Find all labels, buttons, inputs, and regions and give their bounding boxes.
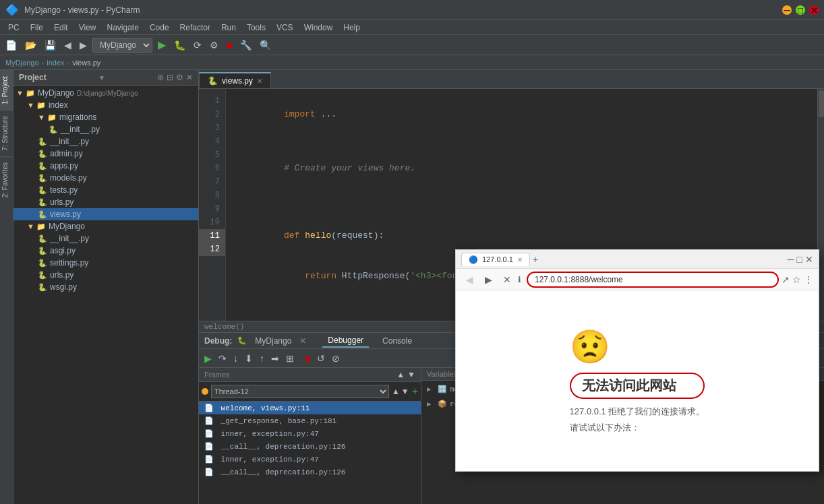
frame-0[interactable]: 📄 welcome, views.py:11: [199, 402, 421, 414]
tree-models[interactable]: 🐍 models.py: [13, 172, 198, 184]
sidebar-tab-structure[interactable]: 7: Structure: [0, 110, 13, 156]
menu-tools[interactable]: Tools: [241, 22, 271, 34]
menu-refactor[interactable]: Refactor: [175, 22, 216, 34]
tree-views[interactable]: 🐍 views.py: [13, 208, 198, 220]
project-add-button[interactable]: ⊕: [157, 73, 164, 82]
tree-urls-index[interactable]: 🐍 urls.py: [13, 196, 198, 208]
breadcrumb-root[interactable]: MyDjango: [5, 59, 39, 67]
browser-forward[interactable]: ▶: [480, 272, 496, 288]
save-button[interactable]: 💾: [42, 38, 59, 52]
line-num-4: 4: [199, 135, 225, 148]
share-button[interactable]: ↗: [782, 274, 790, 285]
breadcrumb-file[interactable]: views.py: [72, 59, 100, 67]
debugger-tab[interactable]: Debugger: [322, 334, 369, 348]
evaluate-button[interactable]: ⊞: [283, 352, 297, 365]
tab-close-icon[interactable]: ✕: [257, 77, 262, 85]
step-into-button[interactable]: ↓: [231, 352, 241, 365]
settings-menu-button[interactable]: ⋮: [804, 274, 813, 285]
thread-up[interactable]: ▲: [392, 387, 400, 396]
tree-apps[interactable]: 🐍 apps.py: [13, 160, 198, 172]
frames-down-button[interactable]: ▼: [407, 370, 415, 379]
thread-down[interactable]: ▼: [401, 387, 409, 396]
tree-admin[interactable]: 🐍 admin.py: [13, 148, 198, 160]
menu-pc[interactable]: PC: [3, 22, 25, 34]
open-button[interactable]: 📂: [22, 38, 39, 52]
frame-4[interactable]: 📄 inner, exception.py:47: [199, 453, 421, 466]
menu-help[interactable]: Help: [338, 22, 365, 34]
forward-button[interactable]: ▶: [77, 38, 90, 52]
menu-file[interactable]: File: [25, 22, 49, 34]
menu-code[interactable]: Code: [144, 22, 175, 34]
step-into-my-code[interactable]: ⬇: [242, 352, 256, 365]
bookmark-button[interactable]: ☆: [792, 274, 801, 285]
new-file-button[interactable]: 📄: [3, 38, 20, 52]
thread-select[interactable]: Thread-12: [211, 385, 389, 398]
project-settings-button[interactable]: ⚙: [176, 73, 183, 82]
stop-debug-button[interactable]: ■: [302, 352, 313, 365]
project-collapse-button[interactable]: ⊟: [167, 73, 173, 82]
settings-button[interactable]: 🔧: [237, 38, 254, 52]
var-request-expand[interactable]: ▶: [427, 400, 435, 408]
back-button[interactable]: ◀: [61, 38, 74, 52]
step-button[interactable]: ⟳: [191, 38, 204, 52]
frame-3[interactable]: 📄 __call__, deprecation.py:126: [199, 440, 421, 453]
add-frames-button[interactable]: +: [412, 385, 418, 398]
tree-root[interactable]: ▼ 📁 MyDjango D:\django\MyDjango: [13, 87, 198, 99]
tree-index[interactable]: ▼ 📁 index: [13, 99, 198, 111]
tree-migrations[interactable]: ▼ 📁 migrations: [13, 111, 198, 123]
tree-urls-main[interactable]: 🐍 urls.py: [13, 269, 198, 281]
console-tab[interactable]: Console: [377, 335, 417, 347]
sidebar-tab-project[interactable]: 1: Project: [0, 70, 13, 110]
tree-asgi[interactable]: 🐍 asgi.py: [13, 245, 198, 257]
run-button[interactable]: ▶: [155, 37, 169, 53]
restart-debug-button[interactable]: ↺: [314, 352, 328, 365]
browser-refresh[interactable]: ✕: [499, 272, 515, 288]
menu-window[interactable]: Window: [299, 22, 339, 34]
tree-init[interactable]: 🐍 __init__.py: [13, 135, 198, 148]
frames-up-button[interactable]: ▲: [396, 370, 405, 379]
sidebar-tab-favorites[interactable]: 2: Favorites: [0, 156, 13, 203]
var-message-expand[interactable]: ▶: [427, 385, 435, 393]
browser-back[interactable]: ◀: [461, 272, 477, 288]
step-over-button[interactable]: ↷: [216, 352, 229, 365]
debug-button[interactable]: 🐛: [171, 38, 188, 52]
frame-2[interactable]: 📄 inner, exception.py:47: [199, 427, 421, 440]
breadcrumb-index[interactable]: index: [47, 59, 64, 67]
resume-button[interactable]: ▶: [202, 352, 214, 365]
maximize-button[interactable]: □: [796, 5, 805, 15]
tree-mydjango-init[interactable]: 🐍 __init__.py: [13, 232, 198, 245]
debug-close-project[interactable]: ✕: [299, 336, 306, 346]
menu-view[interactable]: View: [73, 22, 102, 34]
url-bar[interactable]: [527, 272, 779, 288]
frame-1[interactable]: 📄 _get_response, base.py:181: [199, 414, 421, 427]
browser-minimize[interactable]: ─: [788, 254, 794, 265]
search-button[interactable]: 🔍: [257, 38, 274, 52]
menu-edit[interactable]: Edit: [49, 22, 73, 34]
step-out-button[interactable]: ↑: [257, 352, 267, 365]
menu-navigate[interactable]: Navigate: [102, 22, 144, 34]
stop-button[interactable]: ■: [224, 38, 235, 52]
asgi-icon: 🐍: [38, 247, 47, 255]
browser-maximize[interactable]: □: [797, 254, 802, 265]
frame-5[interactable]: 📄 __call__, deprecation.py:126: [199, 466, 421, 478]
run-to-cursor[interactable]: ➡: [268, 352, 282, 365]
browser-new-tab-button[interactable]: +: [533, 254, 538, 265]
tree-migrations-init[interactable]: 🐍 __init__.py: [13, 123, 198, 135]
tree-tests[interactable]: 🐍 tests.py: [13, 184, 198, 196]
close-button[interactable]: ✕: [809, 5, 819, 15]
tree-settings[interactable]: 🐍 settings.py: [13, 257, 198, 269]
menu-vcs[interactable]: VCS: [271, 22, 299, 34]
tab-views-py[interactable]: 🐍 views.py ✕: [199, 72, 271, 88]
tree-wsgi[interactable]: 🐍 wsgi.py: [13, 281, 198, 293]
mute-breakpoints-button[interactable]: ⊘: [329, 352, 343, 365]
project-hide-button[interactable]: ✕: [186, 73, 193, 82]
build-button[interactable]: ⚙: [207, 38, 221, 52]
browser-tab-close[interactable]: ✕: [517, 256, 523, 263]
project-dropdown[interactable]: MyDjango: [92, 38, 152, 53]
menu-run[interactable]: Run: [216, 22, 241, 34]
browser-close[interactable]: ✕: [805, 254, 813, 265]
minimize-button[interactable]: ─: [782, 5, 792, 15]
tree-mydjango[interactable]: ▼ 📁 MyDjango: [13, 220, 198, 232]
vars-title: Variables: [427, 370, 457, 378]
browser-tab[interactable]: 🔵 127.0.0.1 ✕: [461, 253, 530, 266]
